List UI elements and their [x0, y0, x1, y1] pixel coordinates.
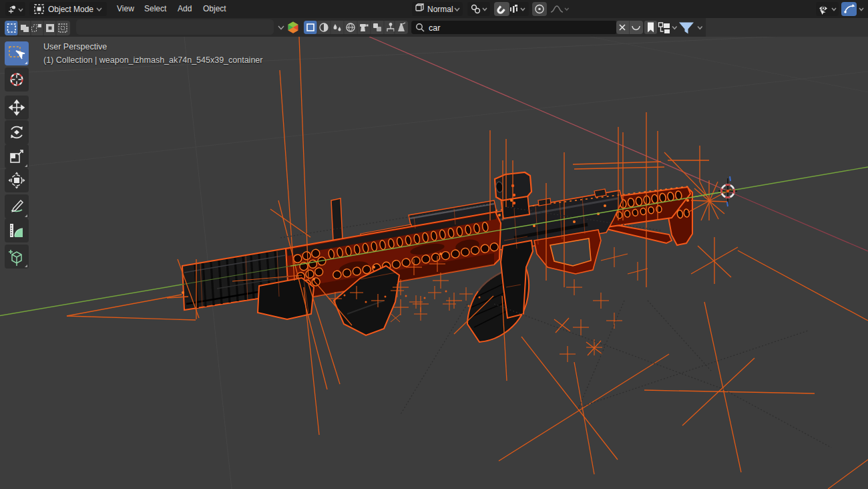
svg-text:Normal: Normal [427, 5, 453, 14]
svg-text:car: car [429, 23, 440, 33]
svg-text:Object Mode: Object Mode [48, 5, 93, 14]
